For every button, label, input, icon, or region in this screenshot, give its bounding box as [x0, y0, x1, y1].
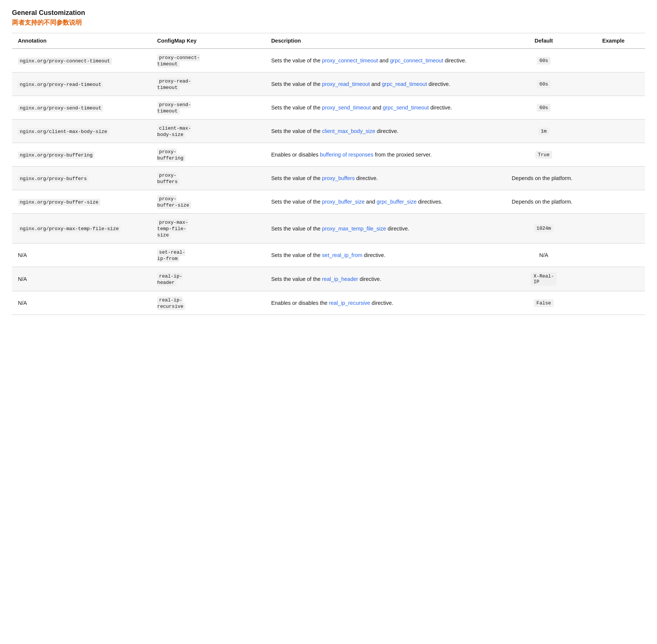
description-cell: Sets the value of the client_max_body_si…	[265, 120, 505, 143]
annotation-cell: N/A	[12, 267, 151, 291]
default-cell: True	[506, 143, 582, 167]
annotation-cell: nginx.org/client-max-body-size	[12, 120, 151, 143]
table-row: nginx.org/proxy-send-timeoutproxy-send- …	[12, 96, 645, 120]
grpc-read-timeout-link[interactable]: grpc_read_timeout	[382, 81, 427, 87]
default-cell: 60s	[506, 96, 582, 120]
example-cell	[582, 214, 645, 244]
real-ip-recursive-link[interactable]: real_ip_recursive	[329, 300, 370, 306]
default-cell: 60s	[506, 72, 582, 96]
proxy-buffer-size-link[interactable]: proxy_buffer_size	[322, 199, 365, 205]
example-cell	[582, 96, 645, 120]
annotation-cell: nginx.org/proxy-max-temp-file-size	[12, 214, 151, 244]
col-header-annotation: Annotation	[12, 33, 151, 49]
example-cell	[582, 244, 645, 267]
proxy-send-timeout-link[interactable]: proxy_send_timeout	[322, 105, 371, 111]
default-cell: Depends on the platform.	[506, 167, 582, 190]
configmap-key-cell: proxy-send- timeout	[151, 96, 265, 120]
annotation-cell: nginx.org/proxy-send-timeout	[12, 96, 151, 120]
configmap-key-cell: proxy-max- temp-file- size	[151, 214, 265, 244]
description-cell: Sets the value of the proxy_buffers dire…	[265, 167, 505, 190]
real-ip-header-link[interactable]: real_ip_header	[322, 276, 358, 282]
proxy-read-timeout-link[interactable]: proxy_read_timeout	[322, 81, 370, 87]
page-subtitle: 两者支持的不同参数说明	[12, 18, 645, 27]
proxy-buffers-link[interactable]: proxy_buffers	[322, 175, 355, 181]
table-row: N/Areal-ip- recursiveEnables or disables…	[12, 291, 645, 315]
page-title: General Customization	[12, 9, 645, 17]
default-cell: False	[506, 291, 582, 315]
description-cell: Sets the value of the proxy_buffer_size …	[265, 190, 505, 214]
example-cell	[582, 190, 645, 214]
annotation-cell: nginx.org/proxy-buffers	[12, 167, 151, 190]
grpc-buffer-size-link[interactable]: grpc_buffer_size	[377, 199, 417, 205]
example-cell	[582, 267, 645, 291]
configmap-key-cell: real-ip- recursive	[151, 291, 265, 315]
description-cell: Sets the value of the proxy_max_temp_fil…	[265, 214, 505, 244]
annotation-cell: N/A	[12, 244, 151, 267]
configmap-key-cell: set-real- ip-from	[151, 244, 265, 267]
default-cell: 60s	[506, 49, 582, 72]
table-row: nginx.org/proxy-buffersproxy- buffersSet…	[12, 167, 645, 190]
example-cell	[582, 49, 645, 72]
configmap-key-cell: proxy-connect- timeout	[151, 49, 265, 72]
configmap-key-cell: proxy-read- timeout	[151, 72, 265, 96]
example-cell	[582, 143, 645, 167]
description-cell: Enables or disables the real_ip_recursiv…	[265, 291, 505, 315]
description-cell: Sets the value of the real_ip_header dir…	[265, 267, 505, 291]
annotation-cell: nginx.org/proxy-buffer-size	[12, 190, 151, 214]
configmap-key-cell: proxy- buffering	[151, 143, 265, 167]
table-row: N/Aset-real- ip-fromSets the value of th…	[12, 244, 645, 267]
annotation-cell: nginx.org/proxy-read-timeout	[12, 72, 151, 96]
default-cell: Depends on the platform.	[506, 190, 582, 214]
annotation-cell: N/A	[12, 291, 151, 315]
default-cell: 1m	[506, 120, 582, 143]
description-cell: Sets the value of the proxy_connect_time…	[265, 49, 505, 72]
grpc-send-timeout-link[interactable]: grpc_send_timeout	[383, 105, 429, 111]
example-cell	[582, 120, 645, 143]
default-cell: X-Real-IP	[506, 267, 582, 291]
configmap-key-cell: real-ip- header	[151, 267, 265, 291]
default-cell: N/A	[506, 244, 582, 267]
example-cell	[582, 72, 645, 96]
example-cell	[582, 291, 645, 315]
grpc-connect-timeout-link[interactable]: grpc_connect_timeout	[390, 58, 443, 64]
set-real-ip-from-link[interactable]: set_real_ip_from	[322, 252, 362, 258]
col-header-example: Example	[582, 33, 645, 49]
configmap-key-cell: client-max- body-size	[151, 120, 265, 143]
table-row: nginx.org/proxy-buffer-sizeproxy- buffer…	[12, 190, 645, 214]
col-header-default: Default	[506, 33, 582, 49]
table-row: nginx.org/proxy-max-temp-file-sizeproxy-…	[12, 214, 645, 244]
configmap-key-label: ConfigMap Key	[157, 38, 197, 44]
annotation-cell: nginx.org/proxy-connect-timeout	[12, 49, 151, 72]
table-row: nginx.org/proxy-connect-timeoutproxy-con…	[12, 49, 645, 72]
annotation-cell: nginx.org/proxy-buffering	[12, 143, 151, 167]
client-max-body-size-link[interactable]: client_max_body_size	[322, 128, 376, 134]
description-cell: Sets the value of the set_real_ip_from d…	[265, 244, 505, 267]
example-cell	[582, 167, 645, 190]
table-row: N/Areal-ip- headerSets the value of the …	[12, 267, 645, 291]
table-row: nginx.org/proxy-read-timeoutproxy-read- …	[12, 72, 645, 96]
table-row: nginx.org/client-max-body-sizeclient-max…	[12, 120, 645, 143]
default-cell: 1024m	[506, 214, 582, 244]
description-cell: Sets the value of the proxy_send_timeout…	[265, 96, 505, 120]
col-header-description: Description	[265, 33, 505, 49]
col-header-configmap: ConfigMap Key	[151, 33, 265, 49]
description-cell: Sets the value of the proxy_read_timeout…	[265, 72, 505, 96]
proxy-max-temp-file-size-link[interactable]: proxy_max_temp_file_size	[322, 226, 386, 232]
description-cell: Enables or disables buffering of respons…	[265, 143, 505, 167]
buffering-of-responses-link[interactable]: buffering of responses	[320, 152, 373, 158]
configmap-key-cell: proxy- buffers	[151, 167, 265, 190]
table-row: nginx.org/proxy-bufferingproxy- bufferin…	[12, 143, 645, 167]
configmap-key-cell: proxy- buffer-size	[151, 190, 265, 214]
customization-table: Annotation ConfigMap Key Description Def…	[12, 33, 645, 315]
proxy-connect-timeout-link[interactable]: proxy_connect_timeout	[322, 58, 378, 64]
